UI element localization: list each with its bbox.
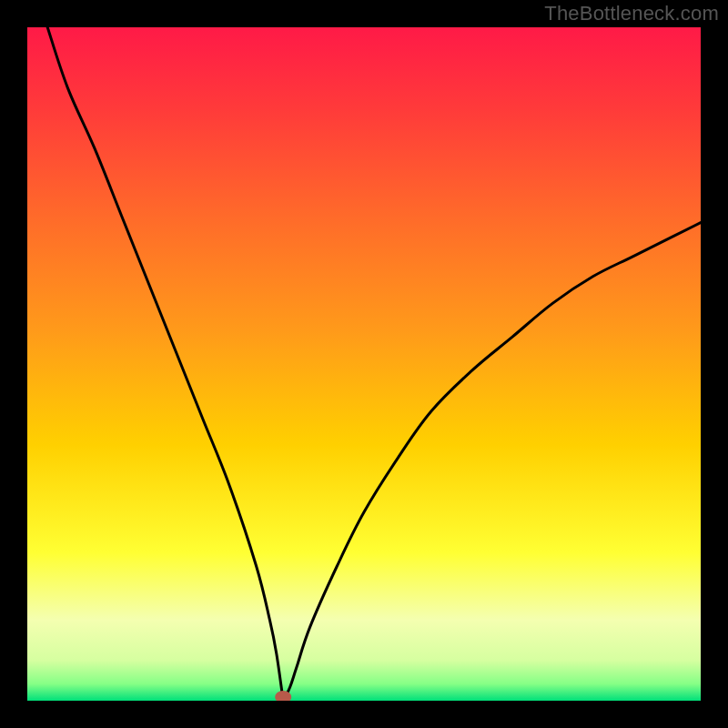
plot-svg: [27, 27, 701, 701]
chart-frame: TheBottleneck.com: [0, 0, 728, 728]
watermark-text: TheBottleneck.com: [544, 2, 719, 25]
gradient-background: [27, 27, 701, 701]
plot-area: [27, 27, 701, 701]
